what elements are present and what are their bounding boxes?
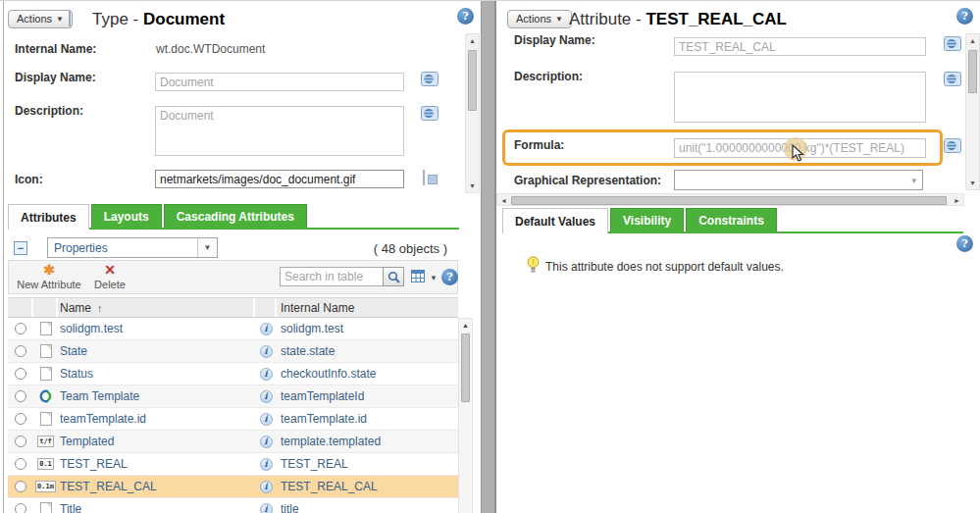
new-attribute-button[interactable]: ✱ New Attribute: [14, 263, 84, 290]
row-radio-button[interactable]: [15, 390, 26, 402]
row-radio-button[interactable]: [15, 481, 26, 492]
header-internal-name[interactable]: Internal Name: [277, 298, 458, 317]
attr-display-name-input[interactable]: [674, 37, 926, 56]
info-icon[interactable]: i: [260, 436, 273, 448]
attr-description-textarea[interactable]: [674, 72, 926, 123]
internal-name-text: solidgm.test: [281, 322, 343, 335]
info-icon[interactable]: i: [260, 368, 273, 381]
attribute-name-link[interactable]: teamTemplate.id: [60, 412, 146, 426]
info-icon[interactable]: i: [260, 458, 273, 471]
info-icon[interactable]: i: [260, 503, 273, 513]
attribute-name-link[interactable]: Title: [60, 502, 81, 513]
graphical-representation-select[interactable]: ▾: [674, 170, 923, 190]
properties-dropdown[interactable]: Properties ▼: [47, 237, 218, 258]
scrollbar-thumb[interactable]: [461, 333, 470, 402]
real_units-attribute-icon: 0.1m: [35, 481, 56, 492]
info-icon[interactable]: i: [260, 323, 273, 335]
panel-divider[interactable]: [481, 1, 496, 513]
type-help-icon[interactable]: ?: [457, 8, 474, 25]
table-row[interactable]: 0.1m TEST_REAL_CAL i TEST_REAL_CAL: [8, 476, 458, 498]
search-button[interactable]: [383, 267, 404, 286]
row-radio-button[interactable]: [15, 458, 26, 470]
search-input[interactable]: [280, 267, 384, 286]
table-row[interactable]: Team Template i teamTemplateId: [8, 385, 458, 408]
row-radio-button[interactable]: [15, 345, 26, 357]
table-body: solidgm.test i solidgm.test State i stat…: [8, 318, 458, 513]
localize-attr-display-name-icon[interactable]: [944, 36, 961, 54]
scrollbar-thumb[interactable]: [968, 50, 977, 93]
info-icon[interactable]: i: [260, 481, 273, 493]
view-options-caret-icon[interactable]: ▼: [430, 274, 438, 282]
scroll-left-icon[interactable]: ◄: [497, 194, 510, 207]
display-name-input[interactable]: [155, 73, 404, 91]
internal-name-text: TEST_REAL: [281, 457, 348, 471]
icon-browse-button[interactable]: [423, 170, 425, 185]
table-row[interactable]: t/f Templated i template.templated: [8, 431, 458, 453]
table-row[interactable]: Title i title: [8, 498, 458, 513]
boolean-attribute-icon: t/f: [37, 436, 54, 447]
default-values-help-icon[interactable]: ?: [956, 235, 973, 252]
row-radio-button[interactable]: [15, 436, 26, 447]
info-icon[interactable]: i: [260, 345, 273, 358]
attribute-name-link[interactable]: solidgm.test: [60, 322, 123, 335]
description-textarea[interactable]: Document: [155, 106, 404, 156]
attribute-panel-title: Attribute - TEST_REAL_CAL: [569, 10, 787, 29]
table-scrollbar[interactable]: ▲: [458, 318, 473, 513]
row-radio-button[interactable]: [15, 368, 26, 380]
objects-count: ( 48 objects ): [294, 241, 447, 256]
delete-button[interactable]: ✕ Delete: [90, 263, 129, 290]
tab-constraints[interactable]: Constraints: [686, 208, 777, 231]
row-radio-button[interactable]: [15, 503, 26, 513]
attribute-name-link[interactable]: State: [60, 344, 87, 358]
scroll-up-icon[interactable]: ▲: [966, 34, 979, 47]
localize-formula-icon[interactable]: [944, 138, 961, 156]
scrollbar-thumb[interactable]: [511, 196, 947, 205]
table-row[interactable]: solidgm.test i solidgm.test: [8, 318, 458, 340]
info-icon[interactable]: i: [260, 390, 273, 403]
sort-ascending-icon[interactable]: ↑: [97, 302, 103, 314]
attribute-help-icon[interactable]: ?: [956, 8, 973, 25]
info-icon[interactable]: i: [260, 413, 273, 426]
localize-description-icon[interactable]: [421, 106, 438, 124]
localize-attr-description-icon[interactable]: [944, 72, 961, 89]
lightbulb-icon: [527, 256, 540, 277]
attribute-name-link[interactable]: Templated: [60, 435, 114, 448]
header-name[interactable]: Name ↑: [58, 298, 255, 317]
tab-attributes[interactable]: Attributes: [8, 204, 89, 230]
table-row[interactable]: teamTemplate.id i teamTemplate.id: [8, 408, 458, 431]
tab-layouts[interactable]: Layouts: [91, 204, 162, 228]
icon-path-input[interactable]: netmarkets/images/doc_document.gif: [155, 170, 404, 188]
attribute-panel-vscrollbar[interactable]: ▲ ▼: [965, 33, 980, 190]
chevron-down-icon[interactable]: ▼: [197, 238, 217, 257]
collapse-icon[interactable]: −: [14, 241, 27, 255]
table-row[interactable]: State i state.state: [8, 340, 458, 363]
scroll-up-icon[interactable]: ▲: [466, 34, 479, 47]
table-row[interactable]: 0.1 TEST_REAL i TEST_REAL: [8, 453, 458, 476]
scrollbar-thumb[interactable]: [468, 50, 477, 111]
attribute-name-link[interactable]: TEST_REAL_CAL: [60, 480, 157, 493]
row-radio-button[interactable]: [15, 323, 26, 334]
attribute-actions-button[interactable]: Actions ▼: [507, 10, 572, 28]
tab-visibility[interactable]: Visibility: [610, 208, 684, 231]
tab-default-values[interactable]: Default Values: [502, 208, 608, 233]
tab-cascading-attributes[interactable]: Cascading Attributes: [164, 204, 307, 228]
new-attribute-label: New Attribute: [17, 279, 80, 290]
attribute-name-link[interactable]: Status: [60, 367, 93, 381]
table-help-icon[interactable]: ?: [441, 269, 458, 285]
attribute-panel-hscrollbar[interactable]: ◄ ►: [496, 193, 964, 206]
attribute-name-link[interactable]: Team Template: [60, 389, 139, 403]
attribute-name-link[interactable]: TEST_REAL: [60, 457, 128, 471]
scroll-down-icon[interactable]: ▼: [966, 177, 979, 189]
delete-icon: ✕: [90, 263, 129, 279]
document-type-icon: [69, 11, 71, 26]
scroll-right-icon[interactable]: ►: [951, 194, 963, 207]
table-row[interactable]: Status i checkoutInfo.state: [8, 363, 458, 385]
row-radio-button[interactable]: [15, 413, 26, 425]
chevron-down-icon: ▼: [56, 15, 64, 24]
type-panel-scrollbar[interactable]: ▲ ▼: [465, 33, 480, 193]
localize-display-name-icon[interactable]: [421, 72, 438, 89]
scroll-down-icon[interactable]: ▼: [466, 180, 479, 192]
type-actions-button[interactable]: Actions ▼: [8, 10, 73, 28]
scroll-up-icon[interactable]: ▲: [459, 319, 472, 332]
table-view-icon[interactable]: [411, 270, 425, 285]
